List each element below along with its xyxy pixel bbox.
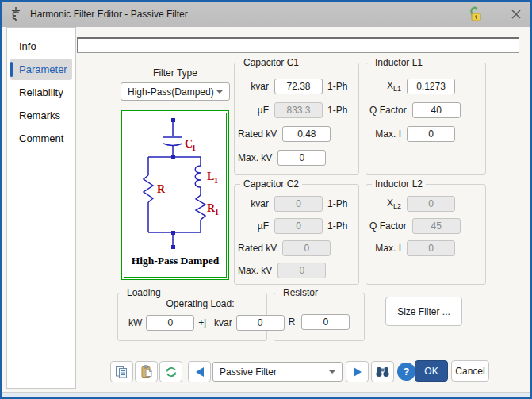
loading-title: Loading — [124, 287, 164, 298]
left-arrow-icon — [195, 366, 205, 378]
l2-x-input: 0 — [407, 196, 455, 212]
copy-button[interactable] — [110, 361, 133, 382]
sidebar-item-comment[interactable]: Comment — [10, 128, 72, 149]
unlock-icon[interactable] — [465, 5, 484, 24]
diagram-caption: High-Pass Damped — [132, 255, 220, 267]
inductor-l2-group: Inductor L2 XL2 0 Q Factor 45 Max. I 0 — [366, 184, 486, 285]
filter-type-dropdown[interactable]: High-Pass(Damped) — [121, 82, 230, 101]
harmonic-filter-icon — [9, 6, 23, 22]
c2-uf-input: 0 — [274, 218, 323, 234]
c2-max-kv-label: Max. kV — [238, 265, 272, 276]
l1-x-label: XL1 — [369, 80, 401, 93]
window-title: Harmonic Filter Editor - Passive Filter — [30, 9, 188, 20]
resistor-title: Resistor — [280, 287, 321, 298]
filter-type-label: Filter Type — [121, 67, 230, 79]
help-button[interactable]: ? — [397, 363, 415, 381]
paste-button[interactable] — [135, 361, 158, 382]
filter-circuit-diagram: C 1 R L 1 R 1 High-Pass Damped — [121, 110, 229, 280]
c1-kvar-label: kvar — [238, 81, 269, 92]
c2-rated-kv-label: Rated kV — [238, 243, 277, 254]
svg-text:R: R — [157, 183, 166, 195]
harmonic-filter-editor-window: Harmonic Filter Editor - Passive Filter … — [0, 0, 532, 399]
loading-kvar-label: kvar — [214, 317, 232, 328]
ok-button[interactable]: OK — [415, 360, 448, 382]
element-navigator-value: Passive Filter — [220, 366, 277, 378]
paste-icon — [140, 365, 153, 378]
c2-uf-label: µF — [238, 221, 269, 232]
plus-j-label: +j — [198, 317, 206, 328]
question-mark-icon: ? — [404, 366, 410, 378]
l1-x-input[interactable]: 0.1273 — [407, 79, 455, 94]
next-element-button[interactable] — [346, 361, 369, 382]
capacitor-c1-group: Capacitor C1 kvar 72.38 1-Ph µF 833.3 1-… — [234, 63, 359, 175]
c1-uf-label: µF — [238, 105, 269, 116]
c1-rated-kv-input[interactable]: 0.48 — [282, 126, 331, 142]
c1-uf-input: 833.3 — [274, 102, 323, 118]
refresh-icon — [165, 366, 178, 378]
c1-max-kv-input[interactable]: 0 — [277, 150, 326, 166]
c2-kvar-unit: 1-Ph — [327, 198, 354, 209]
inductor-l1-title: Inductor L1 — [372, 57, 426, 68]
sidebar-item-reliability[interactable]: Reliability — [10, 82, 72, 103]
filter-circuit-frame: C 1 R L 1 R 1 High-Pass Damped — [124, 113, 227, 278]
sidebar-item-remarks[interactable]: Remarks — [10, 105, 72, 126]
inductor-l2-title: Inductor L2 — [372, 178, 426, 190]
refresh-button[interactable] — [159, 361, 182, 382]
sidebar-item-info[interactable]: Info — [10, 36, 72, 57]
size-filter-button[interactable]: Size Filter ... — [385, 297, 462, 326]
c1-uf-unit: 1-Ph — [327, 105, 354, 116]
resistor-r-label: R — [289, 317, 296, 328]
sidebar: Info Parameter Reliability Remarks Comme… — [6, 27, 76, 389]
find-button[interactable] — [371, 361, 394, 382]
svg-text:1: 1 — [215, 208, 219, 217]
binoculars-icon — [375, 366, 390, 378]
resistor-group: Resistor R 0 — [274, 293, 365, 341]
element-navigator-dropdown[interactable]: Passive Filter — [212, 362, 343, 382]
filter-type-value: High-Pass(Damped) — [128, 86, 214, 98]
kw-label: kW — [128, 317, 142, 328]
l2-max-i-label: Max. I — [369, 243, 401, 254]
capacitor-c1-title: Capacitor C1 — [240, 57, 302, 68]
c2-rated-kv-input: 0 — [282, 240, 331, 256]
l1-q-factor-input[interactable]: 40 — [412, 102, 461, 118]
capacitor-c2-title: Capacitor C2 — [240, 178, 302, 190]
l2-max-i-input: 0 — [407, 240, 455, 256]
c1-rated-kv-label: Rated kV — [238, 129, 277, 140]
c2-kvar-label: kvar — [238, 198, 269, 209]
l2-x-label: XL2 — [369, 198, 401, 210]
l2-q-factor-label: Q Factor — [369, 221, 407, 232]
l2-q-factor-input: 45 — [412, 218, 461, 234]
titlebar: Harmonic Filter Editor - Passive Filter — [2, 2, 530, 27]
l1-max-i-label: Max. I — [369, 129, 401, 140]
right-arrow-icon — [353, 366, 362, 378]
c1-kvar-unit: 1-Ph — [327, 81, 354, 92]
resistor-r-input[interactable]: 0 — [301, 314, 350, 330]
chevron-down-icon — [329, 370, 335, 374]
previous-element-button[interactable] — [188, 361, 211, 382]
window-bottom-edge — [2, 392, 530, 397]
element-id-field[interactable] — [77, 37, 519, 53]
c2-max-kv-input: 0 — [277, 263, 326, 278]
svg-text:1: 1 — [192, 144, 196, 152]
copy-icon — [115, 366, 128, 378]
close-icon[interactable] — [510, 8, 522, 21]
cancel-button[interactable]: Cancel — [451, 360, 489, 382]
c1-max-kv-label: Max. kV — [238, 152, 272, 163]
inductor-l1-group: Inductor L1 XL1 0.1273 Q Factor 40 Max. … — [366, 63, 486, 175]
chevron-down-icon — [216, 90, 223, 94]
svg-text:1: 1 — [214, 176, 218, 185]
high-pass-damped-circuit: C 1 R L 1 R 1 — [127, 113, 224, 256]
l1-max-i-input[interactable]: 0 — [407, 126, 455, 142]
capacitor-c2-group: Capacitor C2 kvar 0 1-Ph µF 0 1-Ph Rated… — [234, 184, 359, 285]
l1-q-factor-label: Q Factor — [369, 105, 407, 116]
svg-text:L: L — [207, 171, 214, 182]
loading-group: Loading Operating Load: kW 0 +j kvar 0 — [117, 293, 267, 341]
sidebar-item-parameter[interactable]: Parameter — [10, 59, 72, 80]
kw-input[interactable]: 0 — [146, 315, 194, 331]
operating-load-label: Operating Load: — [118, 298, 266, 309]
c1-kvar-input[interactable]: 72.38 — [274, 79, 323, 94]
c2-kvar-input: 0 — [274, 196, 323, 212]
c2-uf-unit: 1-Ph — [327, 221, 354, 232]
